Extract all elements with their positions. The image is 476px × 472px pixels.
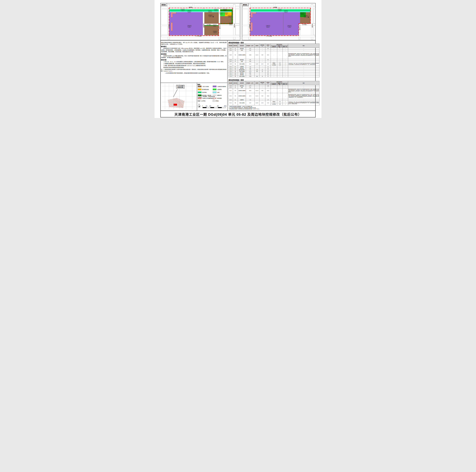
table-cell: G1 bbox=[233, 99, 238, 101]
table-cell: - bbox=[277, 71, 283, 72]
table-cell: 15-25 bbox=[265, 101, 271, 105]
table-row-05-38: 05-38M3三类工业用地19.880.603020---- bbox=[228, 76, 319, 77]
table-cell: E1 bbox=[233, 61, 238, 62]
table-cell: - bbox=[271, 61, 277, 62]
road-label-anyong-before: 安永路 bbox=[234, 24, 235, 28]
table-cell: 水域 bbox=[238, 61, 246, 62]
column-subheader: 数量（处） bbox=[283, 46, 288, 48]
table-row-05-11: 05-11W3三类物流仓储用地90.360.4-1.09-6010-25---建… bbox=[228, 88, 319, 93]
announcement-p5: 2. 梳理周边道路交通，结合国家及天津市相关规范要求，确定各地块的控制指标； bbox=[161, 63, 226, 65]
indicator-table: 地块编号用地代码用地性质用地面积（公顷）容积率建筑密度（%）绿地率（%）配套设施… bbox=[228, 44, 319, 77]
table-cell: W3 bbox=[233, 51, 238, 59]
column-header: 绿地率（%） bbox=[265, 81, 271, 85]
page-title: 天津南港工业区一期 DGd(09)04 单元 05-82 及周边地块控规修改（批… bbox=[160, 111, 316, 117]
table-cell: - bbox=[283, 48, 288, 49]
column-subheader: 数量（处） bbox=[283, 83, 288, 85]
table-cell: - bbox=[271, 72, 277, 74]
table-cell: M3 bbox=[233, 62, 238, 66]
column-header-group: 配套设施项目 bbox=[271, 44, 288, 46]
table-cell: - bbox=[271, 87, 277, 88]
table-cell: - bbox=[259, 59, 265, 61]
bus-station-icon bbox=[213, 16, 214, 17]
legend-label: 三类工业用地 bbox=[202, 86, 209, 87]
table-cell: - bbox=[255, 67, 259, 69]
table-cell: - bbox=[271, 93, 277, 99]
table-row-05-02: 05-02E1水域2.24------- bbox=[228, 49, 319, 51]
table-cell: - bbox=[271, 66, 277, 67]
table-cell: - bbox=[288, 66, 319, 67]
road-anyong-before bbox=[233, 4, 235, 40]
road-label-shiba-after: 十八支路 bbox=[299, 25, 300, 30]
legend-substation: ⚡ 变电站 bbox=[213, 100, 219, 102]
table-cell: - bbox=[255, 61, 259, 62]
table-cell: - bbox=[255, 48, 259, 49]
substation-icon: ⚡ bbox=[308, 15, 309, 16]
table-cell: - bbox=[271, 67, 277, 69]
table-after: 地块编号用地代码用地性质用地面积（公顷）容积率建筑密度（%）绿地率（%）配套设施… bbox=[228, 81, 319, 105]
table-cell: 1 bbox=[283, 101, 288, 103]
plot-label-05-01: 05-01G2 bbox=[181, 9, 185, 11]
column-subheader: 规模（公顷） bbox=[277, 46, 283, 48]
table-cell: 1.19 bbox=[246, 74, 255, 76]
table-cell: 40 bbox=[259, 69, 265, 71]
table-cell: - bbox=[259, 72, 265, 74]
table-cell: 三类工业用地 bbox=[238, 71, 246, 72]
table-cell: 2.24 bbox=[246, 49, 255, 51]
table-cell: 图书展览用地 bbox=[238, 69, 246, 71]
table-cell: 防护绿地 bbox=[238, 59, 246, 61]
table-cell: - bbox=[288, 99, 319, 101]
table-notes: 1. 本表所列地块面积为图量面积，土地出让以实测面积为准。2. 以上方案为控规修… bbox=[228, 106, 260, 110]
table-row-05-23: 05-23G22防护绿地2.89--90---- bbox=[228, 67, 319, 69]
locator-highlight-plot bbox=[173, 104, 177, 106]
table-cell: 90 bbox=[265, 59, 271, 61]
table-cell: 4.27 bbox=[246, 87, 255, 88]
table-cell: 建筑密度按照相关规范要求，需满足所涉及行业类别建筑系数的相关规定。容积率、绿地率… bbox=[288, 88, 319, 93]
context-block bbox=[313, 9, 315, 23]
public-reserve-shape bbox=[251, 22, 253, 31]
table-cell: - bbox=[277, 51, 283, 59]
table-cell: - bbox=[288, 85, 319, 87]
legend-swatch bbox=[213, 89, 216, 90]
table-cell: 建筑密度按照相关规范要求，需满足所涉及行业类别建筑系数的相关规定。容积率、绿地率… bbox=[288, 93, 319, 99]
table-cell: 20-55 bbox=[259, 62, 265, 66]
table-cell: 公交场站 bbox=[271, 103, 277, 105]
road-label-anyong-after: 安永路 bbox=[311, 24, 313, 28]
plot-label-05-24: 05-24C34 bbox=[224, 12, 228, 15]
announcement-text: 修改方案经滨海新区人民政府审议通过， 并于 2021 年 3 月 31 日批复，… bbox=[161, 42, 226, 74]
legend-substation-label: 变电站 bbox=[215, 100, 219, 102]
table-cell: - bbox=[288, 67, 319, 69]
table-row-05-06: 05-06G2防护绿地2.95--90---- bbox=[228, 59, 319, 61]
public-reserve-shape bbox=[251, 12, 253, 17]
table-cell: - bbox=[283, 51, 288, 59]
column-header: 容积率 bbox=[255, 44, 259, 48]
column-header: 绿地率（%） bbox=[265, 44, 271, 48]
legend-item: 图书展览用地 bbox=[198, 89, 209, 90]
plot-fill-05-10 bbox=[251, 11, 311, 12]
public-reserve-shape bbox=[171, 22, 172, 31]
table-cell: 05-13 bbox=[228, 99, 233, 101]
panel-tab-after: 修改后 bbox=[242, 3, 248, 6]
table-cell: 92.88 bbox=[246, 51, 255, 59]
table-cell: - bbox=[277, 93, 283, 99]
table-cell: - bbox=[265, 61, 271, 62]
table-cell: 05-32 bbox=[228, 72, 233, 74]
boundary-segment bbox=[232, 8, 233, 24]
table-cell: G22 bbox=[233, 67, 238, 69]
column-header: 地块编号 bbox=[228, 81, 233, 85]
plot-label-05-14: 05-14M3 bbox=[304, 15, 307, 17]
table-cell: 三类工业用地 bbox=[238, 101, 246, 105]
table-cell: - bbox=[271, 48, 277, 49]
table-cell: - bbox=[283, 66, 288, 67]
announcement-p6: 3. 依据《城市用地分类与规划建设用地标准》(GB 50137-2011) 调整… bbox=[161, 65, 226, 66]
table-cell: - bbox=[288, 87, 319, 88]
table-cell: 防护绿地 bbox=[238, 74, 246, 76]
context-block bbox=[161, 9, 168, 25]
table-cell: ≥75 bbox=[265, 99, 271, 101]
table-cell: - bbox=[271, 74, 277, 76]
column-header: 用地代码 bbox=[233, 81, 238, 85]
table-cell: - bbox=[271, 49, 277, 51]
table-cell: 三类物流仓储用地 bbox=[238, 88, 246, 93]
road-label-haigang-before: 海港路 bbox=[168, 24, 170, 28]
boundary-segment bbox=[250, 8, 250, 36]
plot-label-05-23: 05-23G22 bbox=[223, 9, 227, 11]
